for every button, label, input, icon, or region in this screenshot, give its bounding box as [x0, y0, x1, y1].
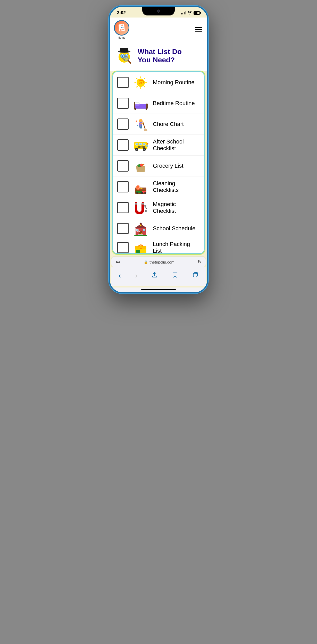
svg-point-4: [123, 55, 123, 56]
svg-line-21: [137, 86, 137, 87]
checkbox-grocery[interactable]: [117, 160, 129, 172]
svg-point-46: [144, 149, 145, 150]
signal-bars-icon: [181, 11, 186, 14]
svg-rect-64: [135, 203, 137, 205]
svg-marker-77: [139, 223, 142, 224]
logo-area[interactable]: THE TRIP CLIP Home: [114, 20, 129, 39]
svg-rect-39: [136, 143, 138, 145]
svg-point-10: [124, 56, 128, 61]
svg-rect-69: [145, 207, 146, 208]
page-title-area: What List Do You Need?: [110, 42, 207, 71]
home-link[interactable]: Home: [118, 36, 125, 39]
lock-icon: 🔒: [144, 260, 148, 264]
camera: [157, 10, 160, 13]
list-item[interactable]: SCHOOL After School Checklist: [113, 135, 204, 156]
lunch-packing-icon: [132, 240, 150, 253]
svg-rect-12: [120, 48, 128, 52]
svg-point-68: [145, 210, 147, 212]
checkbox-school[interactable]: [117, 223, 129, 234]
school-schedule-icon: SCHOOL: [132, 221, 150, 236]
back-button[interactable]: ‹: [116, 270, 123, 281]
svg-rect-87: [193, 273, 197, 277]
svg-point-57: [136, 192, 138, 194]
app-header: THE TRIP CLIP Home: [110, 18, 207, 42]
refresh-button[interactable]: ↻: [198, 259, 202, 265]
list-item[interactable]: Magnetic Checklist: [113, 197, 204, 218]
chore-chart-icon: ✦ ✦: [132, 116, 150, 132]
bookmark-button[interactable]: [170, 271, 180, 281]
forward-button[interactable]: ›: [133, 270, 139, 281]
checkbox-cleaning[interactable]: [117, 181, 129, 192]
magnetic-checklist-icon: [132, 200, 150, 215]
svg-rect-75: [143, 229, 145, 231]
svg-rect-28: [146, 108, 147, 110]
checkbox-morning[interactable]: [117, 77, 129, 88]
bedtime-routine-label: Bedtime Routine: [153, 100, 195, 107]
svg-point-44: [136, 149, 137, 150]
checklist-container: Morning Routine: [112, 71, 205, 254]
svg-point-60: [142, 192, 143, 194]
svg-rect-40: [139, 143, 142, 145]
browser-bar: AA 🔒 thetripclip.com ↻: [111, 257, 206, 267]
svg-line-9: [128, 61, 131, 63]
svg-rect-41: [143, 143, 145, 145]
bedtime-routine-icon: [132, 96, 150, 111]
svg-rect-85: [140, 248, 142, 249]
chore-chart-label: Chore Chart: [153, 121, 184, 128]
page-title: What List Do You Need?: [138, 48, 182, 64]
list-item[interactable]: Bedtime Routine: [113, 93, 204, 114]
share-button[interactable]: [149, 271, 160, 281]
checkbox-bedtime[interactable]: [117, 98, 129, 109]
svg-point-66: [144, 205, 146, 207]
list-item[interactable]: ✦ ✦ Chore Chart: [113, 114, 204, 135]
tabs-button[interactable]: [190, 271, 201, 281]
home-indicator: [141, 289, 176, 290]
list-item[interactable]: Morning Routine: [113, 72, 204, 93]
phone-inner: 3:02: [110, 7, 207, 292]
after-school-icon: SCHOOL: [132, 137, 150, 153]
svg-text:SCHOOL: SCHOOL: [138, 146, 146, 148]
lunch-packing-label: Lunch Packing List: [153, 241, 200, 253]
checkbox-after-school[interactable]: [117, 139, 129, 151]
svg-rect-48: [146, 145, 148, 147]
svg-point-8: [127, 55, 127, 56]
list-item[interactable]: Grocery List: [113, 156, 204, 176]
checkbox-magnetic[interactable]: [117, 202, 129, 213]
svg-point-51: [140, 164, 143, 167]
svg-rect-24: [135, 104, 146, 108]
list-item[interactable]: SCHOOL School Schedule: [113, 218, 204, 239]
svg-rect-82: [134, 235, 147, 236]
bottom-nav: ‹ ›: [111, 267, 206, 286]
mascot-emoji: [114, 45, 135, 67]
hamburger-menu[interactable]: [194, 26, 203, 33]
svg-line-19: [144, 86, 145, 87]
checkbox-lunch[interactable]: [117, 242, 129, 253]
list-item-partial[interactable]: Lunch Packing List: [113, 239, 204, 253]
list-item[interactable]: Cleaning Checklists: [113, 176, 204, 197]
status-time: 3:02: [117, 10, 126, 15]
svg-text:✦: ✦: [135, 120, 138, 123]
browser-aa-button[interactable]: AA: [115, 260, 121, 264]
checkbox-chore[interactable]: [117, 118, 129, 130]
wifi-icon: [187, 11, 192, 15]
browser-url-area[interactable]: 🔒 thetripclip.com: [144, 260, 174, 264]
svg-point-61: [144, 192, 146, 194]
svg-rect-25: [134, 102, 135, 109]
notch: [142, 7, 175, 15]
logo-circle: THE TRIP CLIP: [114, 20, 129, 36]
svg-line-18: [137, 78, 137, 79]
grocery-list-icon: [132, 158, 150, 174]
after-school-label: After School Checklist: [153, 138, 200, 152]
svg-rect-27: [135, 108, 136, 110]
browser-url-text: thetripclip.com: [149, 260, 174, 264]
svg-point-29: [139, 119, 143, 123]
svg-point-34: [144, 129, 147, 131]
morning-routine-label: Morning Routine: [153, 79, 194, 86]
magnetic-checklist-label: Magnetic Checklist: [153, 201, 200, 214]
svg-line-20: [144, 78, 145, 79]
svg-rect-65: [141, 203, 144, 205]
svg-point-78: [140, 224, 141, 226]
svg-point-49: [147, 143, 148, 144]
school-schedule-label: School Schedule: [153, 225, 195, 232]
battery-icon: [194, 11, 200, 15]
